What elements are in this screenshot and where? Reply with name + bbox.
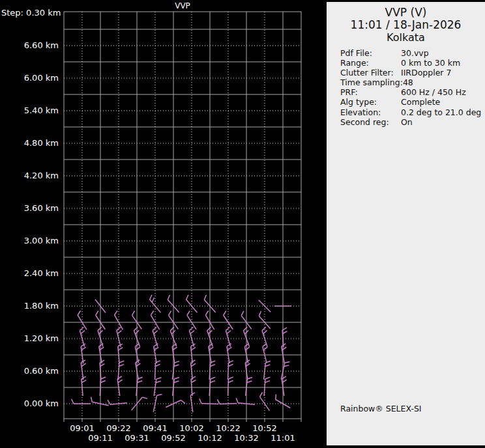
wind-barb-staff	[191, 379, 192, 396]
wind-barb-feather	[187, 311, 190, 315]
x-axis-label: 10:22	[216, 423, 240, 433]
panel-datetime: 11:01 / 18-Jan-2026	[327, 19, 485, 31]
field-value: IIRDoppler 7	[401, 68, 451, 77]
radar-app-window: { "colors": { "background": "#000000", "…	[0, 0, 485, 448]
field-label: Elevation:	[340, 107, 401, 117]
wind-barb-feather	[190, 331, 194, 334]
wind-barb-feather	[168, 295, 169, 300]
wind-barb-feather	[81, 347, 86, 350]
wind-barb-feather	[100, 364, 104, 367]
field-value: On	[401, 117, 413, 127]
wind-barb-feather	[72, 399, 74, 404]
wind-barb-staff	[153, 395, 156, 412]
wind-barb-feather	[207, 327, 211, 331]
wind-barb-feather	[247, 377, 252, 379]
plot-area	[0, 0, 326, 448]
x-axis-label: 10:12	[198, 433, 222, 443]
wind-barb-feather	[204, 295, 206, 300]
wind-barb-feather	[247, 381, 252, 383]
x-axis-label: 09:31	[125, 433, 149, 443]
wind-barb-feather	[186, 295, 188, 300]
wind-barb-feather	[181, 400, 185, 404]
wind-barb-feather	[265, 381, 270, 383]
wind-barb-feather	[282, 331, 287, 334]
field-label: Range:	[340, 58, 401, 68]
wind-barb-feather	[115, 311, 118, 315]
wind-barb-feather	[155, 364, 160, 366]
wind-barb-feather	[119, 361, 124, 363]
wind-barb-feather	[150, 295, 152, 300]
wind-barb-feather	[276, 395, 276, 400]
wind-barb-feather	[118, 380, 123, 382]
y-axis-label: 4.20 km	[0, 171, 59, 180]
field-label: Alg type:	[340, 97, 401, 107]
wind-barb-staff	[259, 300, 271, 312]
wind-barb-feather	[265, 365, 271, 367]
x-axis-label: 09:11	[88, 433, 112, 443]
field-label: Second reg:	[340, 117, 401, 127]
wind-barb-staff	[100, 363, 101, 380]
wind-barb-staff	[228, 363, 229, 380]
wind-barb-feather	[211, 377, 215, 379]
wind-barb-feather	[191, 363, 196, 366]
wind-barb-staff	[186, 300, 198, 313]
field-row: Alg type:Complete	[340, 97, 485, 107]
x-axis-label: 10:32	[234, 433, 258, 443]
panel-site: Kolkata	[327, 31, 485, 44]
x-axis-label: 09:22	[106, 423, 130, 433]
wind-barb-feather	[211, 381, 215, 383]
wind-barb-feather	[285, 361, 290, 363]
wind-barb-feather	[98, 327, 102, 330]
wind-barb-feather	[263, 347, 267, 350]
wind-barb-feather	[262, 327, 266, 330]
wind-barb-feather	[96, 311, 98, 315]
wind-barb-staff	[209, 363, 211, 380]
y-axis-label: 6.60 km	[0, 40, 59, 50]
wind-barb-feather	[156, 378, 162, 379]
wind-barb-feather	[108, 400, 110, 404]
wind-barb-staff	[150, 300, 161, 313]
wind-barb-feather	[119, 365, 124, 367]
wind-barb-feather	[282, 376, 286, 379]
wind-barb-staff	[282, 330, 284, 347]
field-row: PRF:600 Hz / 450 Hz	[340, 87, 485, 97]
field-value: Complete	[401, 97, 440, 107]
wind-barb-feather	[175, 361, 180, 363]
wind-barb-feather	[132, 311, 135, 315]
field-row: Second reg:On	[340, 117, 485, 127]
wind-barb-feather	[224, 311, 226, 315]
wind-barb-feather	[174, 377, 179, 379]
wind-barb-staff	[209, 379, 211, 396]
wind-barb-feather	[117, 331, 121, 334]
wind-barb-feather	[91, 397, 92, 402]
wind-barb-feather	[217, 399, 220, 404]
field-value: 600 Hz / 450 Hz	[401, 87, 466, 97]
wind-barb-feather	[228, 364, 233, 366]
y-axis-label: 1.20 km	[0, 333, 59, 343]
chart-title: VVP	[64, 1, 301, 10]
wind-barb-feather	[227, 331, 231, 334]
wind-barb-feather	[154, 330, 158, 333]
wind-barb-staff	[220, 404, 237, 404]
wind-barb-feather	[241, 311, 244, 316]
y-axis-label: 4.80 km	[0, 138, 59, 148]
y-axis-label: 6.00 km	[0, 73, 59, 83]
field-row: Pdf File:30.vvp	[340, 48, 485, 58]
wind-barb-feather	[211, 365, 215, 367]
wind-barb-feather	[153, 327, 156, 330]
y-axis-label: 0.00 km	[0, 399, 59, 408]
panel-fields: Pdf File:30.vvpRange:0 km to 30 kmClutte…	[327, 48, 485, 127]
wind-barb-feather	[174, 381, 179, 383]
field-value: 30.vvp	[401, 48, 429, 58]
x-axis-label: 09:41	[143, 423, 167, 433]
wind-barb-feather	[228, 380, 233, 382]
wind-barb-staff	[260, 397, 270, 410]
wind-barb-feather	[228, 377, 233, 379]
wind-barb-feather	[245, 347, 249, 350]
wind-barb-feather	[265, 377, 270, 379]
wind-barb-feather	[157, 394, 162, 395]
field-label: Clutter Filter:	[340, 68, 401, 77]
wind-barb-feather	[236, 398, 238, 403]
wind-barb-staff	[264, 379, 265, 396]
field-row: Time sampling:48	[340, 77, 485, 87]
